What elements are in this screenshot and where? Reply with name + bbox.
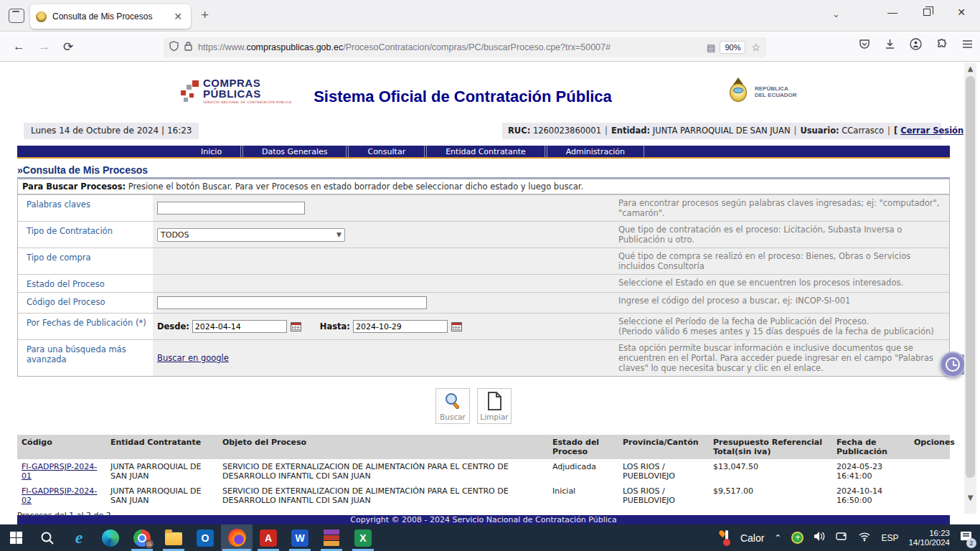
- nav-item-entidad-contratante[interactable]: Entidad Contratante: [426, 146, 545, 157]
- menu-hamburger-icon[interactable]: [962, 39, 973, 49]
- zoom-level-indicator[interactable]: 90%: [720, 41, 745, 54]
- volume-icon[interactable]: [814, 531, 826, 545]
- hidden-icons-chevron-icon[interactable]: ⌃: [774, 533, 781, 543]
- taskbar-outlook[interactable]: O: [189, 524, 221, 551]
- firefox-view-icon[interactable]: [9, 9, 24, 23]
- meet-now-icon[interactable]: [836, 532, 848, 545]
- acrobat-icon: A: [260, 529, 277, 547]
- form-row-tipo-compra: Tipo de compra Qué tipo de compra se rea…: [18, 248, 949, 274]
- form-row-tipo-contratacion: Tipo de Contratación TODOS▼ Que tipo de …: [18, 221, 949, 248]
- process-code-link[interactable]: FI-GADPRSJP-2024-02: [22, 486, 97, 505]
- nav-item-administracion[interactable]: Administración: [547, 146, 644, 157]
- system-tray: Calor ⌃ ESP 16:23 14/10/2024 2: [723, 524, 980, 551]
- wifi-icon[interactable]: [858, 532, 871, 545]
- restore-button[interactable]: [910, 0, 944, 24]
- nav-item-datos-generales[interactable]: Datos Generales: [242, 146, 347, 157]
- extensions-icon[interactable]: [936, 39, 948, 50]
- language-indicator[interactable]: ESP: [881, 533, 898, 543]
- col-presupuesto: Presupuesto Referencial Total(sin iva): [709, 435, 832, 459]
- scroll-up-arrow-icon[interactable]: ▲: [964, 63, 976, 75]
- chevron-down-icon: ▼: [336, 231, 341, 238]
- republica-ecuador-logo: REPÚBLICA DEL ECUADOR: [726, 77, 797, 106]
- date-from-input[interactable]: [192, 320, 287, 333]
- url-text: https://www.compraspublicas.gob.ec/Proce…: [198, 42, 702, 52]
- col-objeto: Objeto del Proceso: [218, 435, 548, 459]
- nav-item-consultar[interactable]: Consultar: [348, 146, 425, 157]
- taskbar-excel[interactable]: X: [347, 524, 379, 551]
- outlook-icon: O: [197, 529, 214, 547]
- clock-icon: [940, 352, 966, 377]
- pocket-icon[interactable]: [859, 39, 870, 50]
- firefox-icon: [228, 529, 246, 547]
- downloads-icon[interactable]: [885, 39, 895, 50]
- clock-date[interactable]: 16:23 14/10/2024: [908, 529, 950, 547]
- tab-close-icon[interactable]: ✕: [171, 9, 185, 24]
- minimize-button[interactable]: —: [875, 0, 910, 24]
- lock-icon[interactable]: [184, 41, 192, 54]
- taskbar-acrobat[interactable]: A: [253, 524, 284, 551]
- scrollbar-thumb[interactable]: [966, 76, 975, 478]
- notification-center-icon[interactable]: 2: [960, 531, 973, 545]
- windows-logo-icon: [10, 532, 22, 544]
- col-provincia: Provincia/Cantón: [618, 435, 709, 459]
- new-tab-button[interactable]: +: [201, 7, 209, 23]
- reload-button[interactable]: ⟳: [63, 39, 73, 55]
- limpiar-button[interactable]: Limpiar: [477, 388, 512, 424]
- nav-item-inicio[interactable]: Inicio: [182, 146, 241, 157]
- process-state-area: [153, 275, 616, 292]
- weather-label[interactable]: Calor: [740, 532, 764, 544]
- results-table: Código Entidad Contratante Objeto del Pr…: [17, 435, 950, 508]
- internet-explorer-icon: e: [75, 528, 83, 547]
- taskbar-chrome[interactable]: G: [126, 524, 158, 551]
- buscar-button[interactable]: Buscar: [435, 388, 470, 424]
- start-button[interactable]: [0, 524, 32, 551]
- table-row: FI-GADPRSJP-2024-01 JUNTA PARROQUIAL DE …: [17, 459, 950, 484]
- scroll-down-arrow-icon[interactable]: ▼: [964, 492, 976, 504]
- taskbar-search-button[interactable]: [32, 524, 63, 551]
- folder-icon: [165, 532, 182, 545]
- page-scrollbar[interactable]: ▲ ▼: [964, 63, 976, 514]
- word-icon: W: [291, 529, 308, 547]
- tracking-shield-icon[interactable]: [169, 41, 179, 54]
- form-instructions: Para Buscar Procesos: Presione el botón …: [18, 179, 949, 194]
- browser-titlebar: Consulta de Mis Procesos ✕ + ⌄ — ✕: [0, 0, 980, 32]
- blank-page-icon: [486, 392, 503, 410]
- page-content: COMPRAS PÚBLICAS SERVICIO NACIONAL DE CO…: [0, 62, 980, 524]
- process-code-input[interactable]: [157, 296, 427, 309]
- browser-toolbar: ← → ⟳ https://www.compraspublicas.gob.ec…: [0, 32, 980, 62]
- taskbar-edge[interactable]: [95, 524, 126, 551]
- antivirus-icon[interactable]: [791, 532, 804, 544]
- date-to-input[interactable]: [353, 320, 448, 333]
- site-favicon: [36, 11, 47, 22]
- chrome-profile-badge: G: [145, 540, 154, 548]
- back-button[interactable]: ←: [13, 39, 25, 54]
- keywords-input[interactable]: [157, 202, 305, 215]
- taskbar-firefox-active[interactable]: [221, 524, 253, 551]
- calendar-icon[interactable]: [451, 322, 462, 331]
- search-icon: [40, 531, 55, 545]
- session-info-bar: RUC: 1260023860001|Entidad: JUNTA PARROQ…: [502, 123, 941, 139]
- account-icon[interactable]: [910, 38, 922, 50]
- close-button[interactable]: ✕: [944, 0, 979, 24]
- ecuador-crest-icon: [726, 77, 750, 106]
- taskbar-internet-explorer[interactable]: e: [63, 524, 95, 551]
- google-search-link[interactable]: Buscar en google: [157, 353, 229, 363]
- contract-type-select[interactable]: TODOS▼: [157, 228, 345, 242]
- weather-temperature-icon[interactable]: [723, 530, 730, 546]
- taskbar-word[interactable]: W: [284, 524, 316, 551]
- taskbar-file-explorer[interactable]: [158, 524, 189, 551]
- taskbar-winrar[interactable]: [316, 524, 347, 551]
- main-navigation: Inicio Datos Generales Consultar Entidad…: [17, 146, 950, 159]
- reader-view-icon[interactable]: ▤: [707, 42, 715, 53]
- forward-button[interactable]: →: [38, 39, 50, 54]
- calendar-icon[interactable]: [291, 322, 301, 331]
- url-bar[interactable]: https://www.compraspublicas.gob.ec/Proce…: [164, 37, 766, 57]
- process-code-link[interactable]: FI-GADPRSJP-2024-01: [22, 462, 97, 481]
- windows-taskbar: e G O A W X Calor ⌃ ESP 16:23 14/10/2024…: [0, 524, 980, 551]
- bookmark-star-icon[interactable]: ☆: [751, 42, 760, 53]
- list-tabs-chevron-icon[interactable]: ⌄: [832, 9, 840, 19]
- col-entidad: Entidad Contratante: [106, 435, 218, 459]
- browser-tab[interactable]: Consulta de Mis Procesos ✕: [30, 4, 191, 29]
- results-section: Código Entidad Contratante Objeto del Pr…: [17, 435, 950, 520]
- logout-link[interactable]: Cerrar Sesión: [900, 126, 963, 136]
